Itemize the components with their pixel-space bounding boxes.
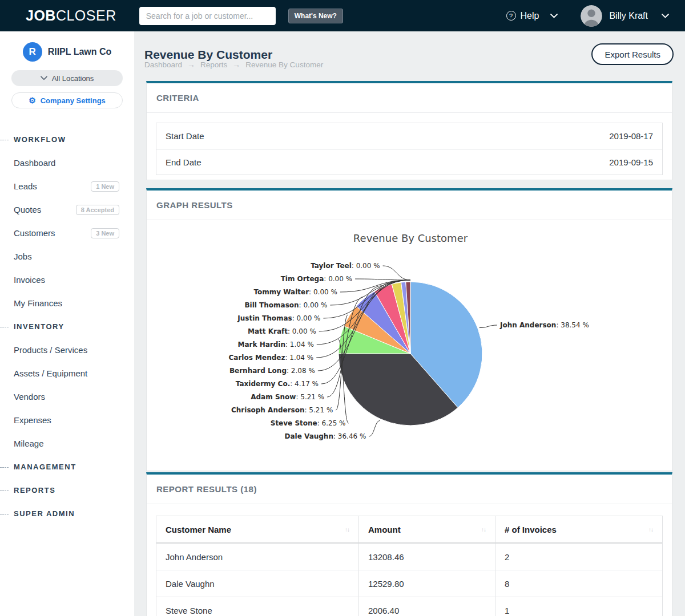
pie-connector [355, 279, 410, 280]
sidebar-item-label: Vendors [14, 392, 45, 402]
company-logo: R [23, 42, 42, 62]
criteria-section-title: CRITERIA [147, 83, 672, 113]
table-row-john-anderson: John Anderson13208.462 [156, 544, 662, 570]
top-navbar: JOBCLOSER What's New? ? Help Billy Kraft [0, 0, 685, 31]
pie-label-carlos-mendez: Carlos Mendez: 1.04 % [229, 354, 314, 362]
sidebar-item-label: Invoices [14, 275, 45, 285]
breadcrumb-item-revenue-by-customer: Revenue By Customer [245, 60, 323, 69]
sort-icon[interactable]: ↑↓ [648, 526, 653, 533]
app-logo[interactable]: JOBCLOSER [26, 7, 116, 24]
nav-section-management[interactable]: MANAGEMENT [0, 455, 134, 479]
breadcrumb-arrow-icon: → [187, 60, 195, 69]
section-dash-icon [0, 140, 9, 140]
criteria-table: Start Date2019-08-17End Date2019-09-15 [156, 123, 663, 175]
section-dash-icon [0, 491, 9, 491]
pie-label-bernhard-long: Bernhard Long: 2.08 % [229, 367, 315, 375]
pie-label-justin-thomas: Justin Thomas: 0.00 % [237, 314, 320, 322]
sort-icon[interactable]: ↑↓ [481, 526, 486, 533]
chevron-down-icon [550, 14, 558, 18]
table-cell: 1 [495, 597, 662, 616]
whats-new-button[interactable]: What's New? [288, 9, 343, 23]
user-name: Billy Kraft [609, 11, 648, 21]
column-header-customer-name[interactable]: Customer Name↑↓ [156, 516, 359, 542]
pie-label-taxidermy-co: Taxidermy Co.: 4.17 % [236, 380, 319, 388]
sidebar-item-dashboard[interactable]: Dashboard [0, 151, 134, 175]
graph-section-title: GRAPH RESULTS [147, 191, 672, 220]
breadcrumb-item-reports[interactable]: Reports [200, 60, 227, 69]
breadcrumb-item-dashboard[interactable]: Dashboard [144, 60, 182, 69]
sidebar-item-mileage[interactable]: Mileage [0, 432, 134, 455]
pie-connector [369, 421, 380, 437]
section-dash-icon [0, 514, 9, 514]
sidebar-item-label: My Finances [14, 298, 62, 308]
user-menu[interactable]: Billy Kraft [581, 5, 669, 27]
sidebar-item-label: Customers [14, 228, 55, 238]
company-header: R RIIPL Lawn Co [0, 42, 134, 62]
nav-section-super-admin[interactable]: SUPER ADMIN [0, 502, 134, 525]
sidebar-item-customers[interactable]: Customers3 New [0, 221, 134, 245]
export-results-button[interactable]: Export Results [591, 43, 674, 65]
table-cell: 2 [495, 544, 662, 570]
gear-icon: ⚙ [29, 96, 36, 104]
chevron-down-icon [662, 14, 669, 18]
pie-label-mark-hardin: Mark Hardin: 1.04 % [238, 341, 314, 348]
pie-label-bill-thomason: Bill Thomason: 0.00 % [244, 301, 327, 309]
pie-label-tommy-walter: Tommy Walter: 0.00 % [253, 288, 337, 296]
sidebar-item-label: Dashboard [14, 158, 55, 168]
table-cell: Dale Vaughn [156, 570, 359, 597]
section-dash-icon [0, 467, 9, 468]
nav-section-reports[interactable]: REPORTS [0, 479, 134, 502]
nav-section-inventory[interactable]: INVENTORY [0, 315, 134, 338]
pie-connector [480, 325, 497, 328]
section-dash-icon [0, 327, 9, 327]
sort-icon[interactable]: ↑↓ [345, 526, 349, 533]
table-cell: John Anderson [156, 544, 359, 570]
criteria-value: 2019-09-15 [609, 157, 653, 167]
sidebar-item-quotes[interactable]: Quotes8 Accepted [0, 198, 134, 221]
avatar [581, 5, 602, 27]
sidebar-item-vendors[interactable]: Vendors [0, 385, 134, 408]
pie-label-chrisoph-anderson: Chrisoph Anderson: 5.21 % [231, 406, 333, 414]
column-header-amount[interactable]: Amount↑↓ [359, 516, 495, 542]
sidebar-item-products-services[interactable]: Products / Services [0, 338, 134, 362]
sidebar-item-expenses[interactable]: Expenses [0, 408, 134, 432]
pie-label-john-anderson: John Anderson: 38.54 % [499, 321, 589, 329]
company-name: RIIPL Lawn Co [48, 47, 112, 57]
sidebar-item-invoices[interactable]: Invoices [0, 268, 134, 291]
section-label: WORKFLOW [14, 135, 66, 144]
column-label: Amount [368, 525, 401, 534]
sidebar-item-label: Assets / Equipment [14, 368, 87, 378]
sidebar-item-my-finances[interactable]: My Finances [0, 291, 134, 315]
company-settings-label: Company Settings [41, 96, 106, 105]
column-header-of-invoices[interactable]: # of Invoices↑↓ [495, 516, 662, 542]
sidebar-item-label: Leads [14, 181, 37, 191]
criteria-label: End Date [166, 157, 202, 167]
sidebar-item-assets-equipment[interactable]: Assets / Equipment [0, 362, 134, 385]
locations-dropdown[interactable]: All Locations [11, 70, 123, 86]
company-settings-button[interactable]: ⚙ Company Settings [11, 92, 123, 108]
report-table: Customer Name↑↓Amount↑↓# of Invoices↑↓ J… [156, 516, 663, 616]
topbar-right: ? Help Billy Kraft [506, 5, 669, 27]
search-input[interactable] [139, 7, 276, 25]
graph-results-card: GRAPH RESULTS Revenue By CustomerTaylor … [146, 188, 672, 471]
report-results-card: REPORT RESULTS (18) Customer Name↑↓Amoun… [146, 472, 672, 616]
chevron-down-icon [41, 76, 47, 80]
table-cell: 13208.46 [359, 544, 495, 570]
sidebar-item-label: Mileage [14, 439, 44, 448]
sidebar-item-jobs[interactable]: Jobs [0, 245, 134, 268]
table-cell: 2006.40 [359, 597, 495, 616]
chart-title: Revenue By Customer [353, 232, 468, 244]
pie-label-dale-vaughn: Dale Vaughn: 36.46 % [285, 432, 366, 440]
table-row-steve-stone: Steve Stone2006.401 [156, 597, 662, 616]
help-icon: ? [506, 11, 516, 21]
pie-label-steve-stone: Steve Stone: 6.25 % [271, 419, 346, 427]
nav-section-workflow[interactable]: WORKFLOW [0, 128, 134, 151]
locations-label: All Locations [52, 74, 94, 83]
app-logo-bold: JOB [26, 7, 56, 23]
sidebar-item-label: Products / Services [14, 345, 87, 355]
sidebar-item-leads[interactable]: Leads1 New [0, 175, 134, 198]
column-label: # of Invoices [505, 525, 557, 534]
help-menu[interactable]: ? Help [506, 11, 558, 21]
section-label: MANAGEMENT [14, 463, 76, 471]
section-label: SUPER ADMIN [14, 509, 75, 518]
